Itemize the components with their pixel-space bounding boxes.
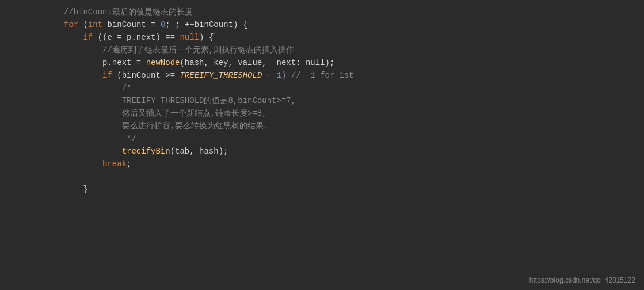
code-line: //binCount最后的值是链表的长度 — [0, 6, 644, 18]
code-line: break; — [0, 158, 644, 170]
code-line: treeifyBin(tab, hash); — [0, 145, 644, 158]
code-line: for (int binCount = 0; ; ++binCount) { — [0, 18, 644, 31]
watermark: https://blog.csdn.net/qq_42815122 — [529, 276, 635, 284]
code-line: 要么进行扩容,要么转换为红黑树的结果. — [0, 120, 644, 132]
code-editor: //binCount最后的值是链表的长度 for (int binCount =… — [0, 0, 644, 290]
code-line — [0, 170, 644, 183]
code-line: } — [0, 183, 644, 196]
code-line: */ — [0, 132, 644, 145]
code-line: //遍历到了链表最后一个元素,则执行链表的插入操作 — [0, 44, 644, 56]
code-line: p.next = newNode(hash, key, value, next:… — [0, 56, 644, 69]
code-line: TREEIFY_THRESHOLD的值是8,binCount>=7, — [0, 94, 644, 107]
code-line: 然后又插入了一个新结点,链表长度>=8, — [0, 107, 644, 120]
code-content: //binCount最后的值是链表的长度 for (int binCount =… — [0, 6, 644, 196]
code-line: if (binCount >= TREEIFY_THRESHOLD - 1) /… — [0, 69, 644, 82]
code-line: /* — [0, 82, 644, 94]
code-line: if ((e = p.next) == null) { — [0, 31, 644, 44]
